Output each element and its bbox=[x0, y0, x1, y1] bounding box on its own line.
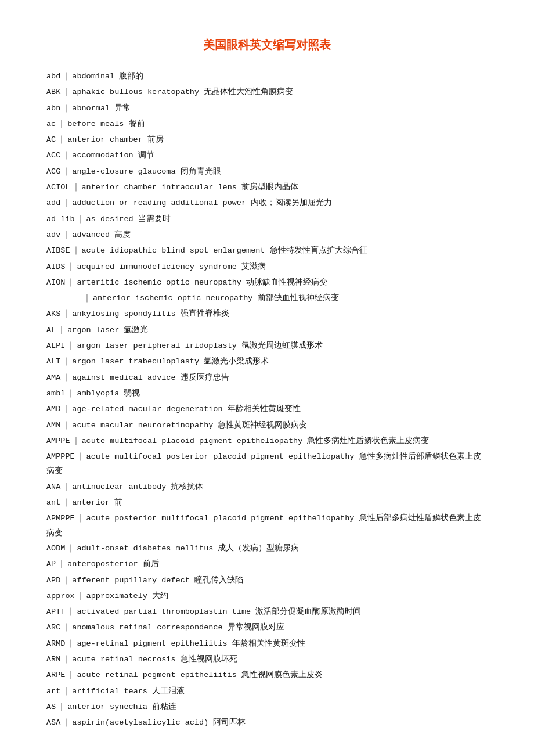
chinese-text: 大约 bbox=[152, 591, 168, 600]
list-item: ACIOL｜anterior chamber intraocular lens … bbox=[46, 180, 488, 195]
chinese-text: 闭角青光眼 bbox=[181, 167, 221, 175]
abbreviation: APMPPE bbox=[46, 514, 75, 523]
abbreviation: ACC bbox=[46, 151, 60, 160]
separator-icon: ｜ bbox=[62, 198, 70, 207]
list-item: ARN｜acute retinal necrosis 急性视网膜坏死 bbox=[46, 652, 488, 667]
separator-icon: ｜ bbox=[67, 639, 75, 647]
chinese-text: 抗核抗体 bbox=[171, 482, 203, 491]
full-text: angle-closure glaucoma bbox=[72, 167, 180, 176]
full-text: antinuclear antibody bbox=[72, 483, 171, 491]
separator-icon: ｜ bbox=[67, 262, 75, 271]
abbreviation: AC bbox=[46, 135, 56, 144]
chinese-text: 调节 bbox=[138, 150, 154, 159]
list-item: AODM｜adult-onset diabetes mellitus 成人（发病… bbox=[46, 541, 488, 556]
full-text: acute retinal necrosis bbox=[72, 655, 180, 664]
abbreviation: ad lib bbox=[46, 215, 75, 224]
full-text: acute idiopathic blind spot enlargement bbox=[82, 246, 270, 255]
separator-icon: ｜ bbox=[62, 575, 70, 584]
list-item: adv｜advanced 高度 bbox=[46, 228, 488, 242]
chinese-text: 前后 bbox=[143, 559, 159, 568]
full-text: artificial tears bbox=[72, 687, 152, 696]
separator-icon: ｜ bbox=[67, 278, 75, 286]
list-item: abn｜abnormal 异常 bbox=[46, 101, 488, 116]
separator-icon: ｜ bbox=[67, 543, 75, 552]
full-text: abdominal bbox=[72, 72, 119, 81]
chinese-text: 异常 bbox=[114, 103, 131, 112]
separator-icon: ｜ bbox=[62, 103, 70, 112]
separator-icon: ｜ bbox=[57, 325, 66, 334]
abbreviation: approx bbox=[46, 592, 75, 600]
list-item: art｜artificial tears 人工泪液 bbox=[46, 684, 488, 699]
separator-icon: ｜ bbox=[67, 388, 75, 397]
list-item: AC｜anterior chamber 前房 bbox=[46, 132, 488, 147]
full-text: argon laser bbox=[67, 326, 124, 334]
separator-icon: ｜ bbox=[62, 357, 70, 365]
abbreviation: ANA bbox=[46, 483, 60, 491]
full-text: advanced bbox=[72, 231, 114, 239]
chinese-text: 氩激光周边虹膜成形术 bbox=[241, 341, 323, 350]
list-item: AMD｜age-related macular degeneration 年龄相… bbox=[46, 402, 488, 416]
full-text: before meals bbox=[67, 120, 128, 128]
separator-icon: ｜ bbox=[62, 482, 70, 491]
list-item: add｜adduction or reading additional powe… bbox=[46, 196, 488, 210]
chinese-text: 阿司匹林 bbox=[213, 718, 246, 726]
abbreviation: abn bbox=[46, 104, 60, 113]
separator-icon: ｜ bbox=[62, 87, 70, 96]
list-item: AIBSE｜acute idiopathic blind spot enlarg… bbox=[46, 243, 488, 258]
full-text: acute multifocal posterior placoid pigme… bbox=[86, 452, 359, 461]
chinese-text: 急性黄斑神经视网膜病变 bbox=[218, 420, 307, 429]
abbreviation: ALPI bbox=[46, 341, 65, 350]
separator-icon: ｜ bbox=[62, 498, 70, 506]
abbreviation: AMA bbox=[46, 373, 60, 382]
chinese-text: 当需要时 bbox=[138, 214, 171, 223]
list-item: ant｜anterior 前 bbox=[46, 495, 488, 510]
full-text: abnormal bbox=[72, 104, 114, 113]
chinese-text: 成人（发病）型糖尿病 bbox=[218, 543, 299, 552]
full-text: anterior chamber bbox=[67, 135, 147, 144]
chinese-text: 前部缺血性视神经病变 bbox=[258, 293, 339, 302]
chinese-text: 弱视 bbox=[124, 388, 140, 397]
separator-icon: ｜ bbox=[62, 71, 70, 80]
full-text: anterior synechia bbox=[67, 703, 152, 711]
separator-icon: ｜ bbox=[67, 670, 75, 679]
chinese-text: 瞳孔传入缺陷 bbox=[194, 575, 243, 584]
abbreviation: AIDS bbox=[46, 262, 65, 271]
full-text: acute retinal pegment epitheliitis bbox=[77, 671, 241, 679]
list-item: ACG｜angle-closure glaucoma 闭角青光眼 bbox=[46, 164, 488, 179]
full-text: afferent pupillary defect bbox=[72, 576, 194, 585]
abbreviation: ABK bbox=[46, 88, 60, 96]
list-item: ALT｜argon laser trabeculoplasty 氩激光小梁成形术 bbox=[46, 354, 488, 369]
separator-icon: ｜ bbox=[62, 686, 70, 695]
chinese-text: 氩激光 bbox=[124, 325, 148, 334]
chinese-text: 无晶体性大泡性角膜病变 bbox=[204, 87, 293, 96]
chinese-text: 异常视网膜对应 bbox=[228, 622, 284, 631]
full-text: acute multifocal placoid pigment epithel… bbox=[82, 437, 308, 445]
abbreviation: AKS bbox=[46, 309, 60, 318]
abbreviation: APD bbox=[46, 576, 60, 585]
chinese-text: 强直性脊椎炎 bbox=[181, 309, 229, 318]
full-text: argon laser peripheral iridoplasty bbox=[77, 341, 241, 350]
chinese-text: 年龄相关性黄斑变性 bbox=[228, 404, 301, 413]
list-item: APMPPE｜acute posterior multifocal placoi… bbox=[46, 511, 488, 540]
chinese-text: 急性视网膜坏死 bbox=[181, 654, 237, 663]
list-item: ACC｜accommodation 调节 bbox=[46, 148, 488, 163]
page-title: 美国眼科英文缩写对照表 bbox=[46, 35, 488, 55]
list-item: AMA｜against medical advice 违反医疗忠告 bbox=[46, 370, 488, 385]
chinese-text: 急性特发性盲点扩大综合征 bbox=[270, 246, 367, 254]
chinese-text: 急性视网膜色素上皮炎 bbox=[241, 670, 323, 679]
full-text: accommodation bbox=[72, 151, 138, 160]
full-text: acute macular neuroretinopathy bbox=[72, 421, 218, 430]
full-text: age-related macular degeneration bbox=[72, 405, 227, 413]
full-text: anterior ischemic optic neuropathy bbox=[93, 294, 258, 303]
full-text: acute posterior multifocal placoid pigme… bbox=[86, 514, 359, 523]
chinese-text: 腹部的 bbox=[119, 71, 143, 80]
list-item: AS｜anterior synechia 前粘连 bbox=[46, 700, 488, 714]
full-text: anterior bbox=[72, 498, 114, 507]
list-item: AION｜arteritic ischemic optic neuropathy… bbox=[46, 275, 488, 290]
chinese-text: 前房 bbox=[147, 135, 164, 143]
abbreviation: ARPE bbox=[46, 671, 65, 679]
separator-icon: ｜ bbox=[77, 214, 85, 223]
separator-icon: ｜ bbox=[62, 167, 70, 175]
abbreviation: ARN bbox=[46, 655, 60, 664]
full-text: aphakic bullous keratopathy bbox=[72, 88, 204, 96]
